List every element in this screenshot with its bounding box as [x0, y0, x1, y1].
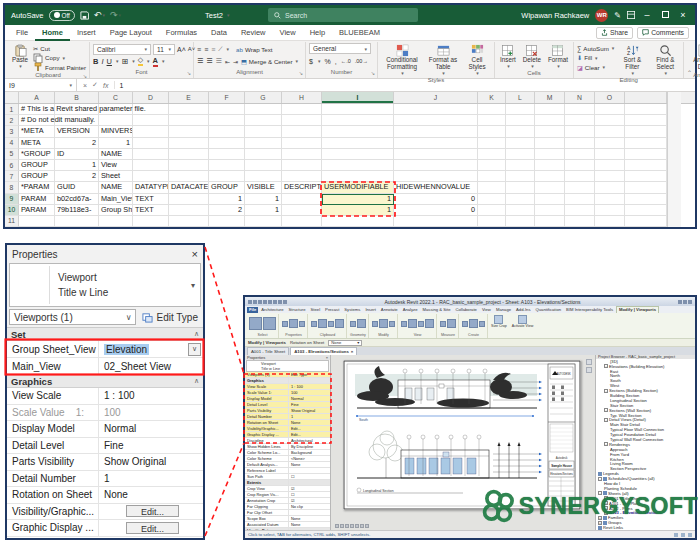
- cell-K6[interactable]: [478, 160, 506, 171]
- cell-B10[interactable]: 79b118e3-: [55, 205, 99, 216]
- select-all-corner[interactable]: [5, 92, 19, 103]
- row-header-7[interactable]: 7: [5, 171, 19, 182]
- cell-M7[interactable]: [535, 171, 565, 182]
- cell-G9[interactable]: 1: [245, 194, 282, 205]
- cell-J1[interactable]: [394, 104, 478, 115]
- section-header-set[interactable]: Set∧: [7, 328, 203, 341]
- edit-button[interactable]: Edit...: [126, 522, 179, 534]
- align-bottom-icon[interactable]: ≡: [211, 46, 215, 53]
- expand-icon[interactable]: -: [604, 418, 608, 422]
- menu-tab-home[interactable]: Home: [35, 25, 70, 41]
- column-header-B[interactable]: B: [55, 92, 99, 103]
- cell-L7[interactable]: [506, 171, 535, 182]
- cell-D4[interactable]: [133, 138, 169, 149]
- cell-C2[interactable]: [99, 115, 133, 126]
- cell-D6[interactable]: [133, 160, 169, 171]
- cell-C4[interactable]: 1: [99, 138, 133, 149]
- cell-O6[interactable]: [595, 160, 625, 171]
- cell-C3[interactable]: MINVERSION: [99, 126, 133, 137]
- column-header-E[interactable]: E: [169, 92, 209, 103]
- status-icon[interactable]: [688, 533, 692, 537]
- titlebar-right-icons[interactable]: [678, 300, 692, 304]
- row-header-2[interactable]: 2: [5, 115, 19, 126]
- property-value[interactable]: Edit...: [99, 504, 203, 520]
- cell-B9[interactable]: b02cd67a-: [55, 194, 99, 205]
- cell-O11[interactable]: [595, 216, 625, 227]
- cell-P2[interactable]: [625, 115, 667, 126]
- view-control-bar[interactable]: [335, 524, 369, 528]
- align-center-icon[interactable]: ☰: [206, 57, 212, 65]
- cell-E11[interactable]: [169, 216, 209, 227]
- expand-icon[interactable]: -: [604, 364, 608, 368]
- cell-M4[interactable]: [535, 138, 565, 149]
- row-header-9[interactable]: 9: [5, 194, 19, 205]
- cell-M8[interactable]: [535, 182, 565, 193]
- sort-filter-button[interactable]: AZ Sort & Filter▾: [617, 43, 647, 77]
- property-value[interactable]: 1: [99, 471, 203, 487]
- cell-F3[interactable]: [209, 126, 245, 137]
- cell-F11[interactable]: [209, 216, 245, 227]
- vertical-scrollbar[interactable]: [667, 160, 681, 171]
- cell-B8[interactable]: GUID: [55, 182, 99, 193]
- panel-icons[interactable]: [311, 314, 344, 333]
- ribbon-options-icon[interactable]: [627, 11, 635, 19]
- cell-K5[interactable]: [478, 149, 506, 160]
- document-title[interactable]: Test2▾: [205, 5, 229, 25]
- cell-H5[interactable]: [282, 149, 322, 160]
- cell-A2[interactable]: # Do not edit manually.: [19, 115, 55, 126]
- align-top-icon[interactable]: ≡: [197, 46, 201, 53]
- cell-D11[interactable]: [133, 216, 169, 227]
- close-icon[interactable]: ×: [192, 248, 198, 260]
- column-header-P[interactable]: [625, 92, 667, 103]
- column-header-M[interactable]: M: [535, 92, 565, 103]
- cell-O8[interactable]: [595, 182, 625, 193]
- cell-M11[interactable]: [535, 216, 565, 227]
- menu-tab-formulas[interactable]: Formulas: [159, 25, 204, 41]
- font-color-icon[interactable]: A: [153, 56, 158, 67]
- enter-icon[interactable]: ✓: [92, 81, 98, 89]
- cell-F10[interactable]: 2: [209, 205, 245, 216]
- merge-center-button[interactable]: ⬒Merge & Center▾: [241, 57, 298, 66]
- delete-cells-button[interactable]: Delete▾: [521, 43, 543, 70]
- row-header-5[interactable]: 5: [5, 149, 19, 160]
- cell-G3[interactable]: [245, 126, 282, 137]
- cell-F9[interactable]: 1: [209, 194, 245, 205]
- menu-tab-review[interactable]: Review: [234, 25, 273, 41]
- cell-G5[interactable]: [245, 149, 282, 160]
- panel-icons[interactable]: [372, 314, 395, 333]
- avatar[interactable]: WR: [595, 9, 608, 22]
- cell-A9[interactable]: PARAM: [19, 194, 55, 205]
- vertical-scrollbar[interactable]: [667, 115, 681, 126]
- column-header-O[interactable]: O: [595, 92, 625, 103]
- column-header-C[interactable]: C: [99, 92, 133, 103]
- cell-K2[interactable]: [478, 115, 506, 126]
- fill-color-icon[interactable]: ◇: [138, 56, 143, 66]
- cell-E10[interactable]: [169, 205, 209, 216]
- cell-H2[interactable]: [282, 115, 322, 126]
- quick-access-toolbar[interactable]: [248, 300, 287, 304]
- status-icon[interactable]: [674, 533, 678, 537]
- cell-G2[interactable]: [245, 115, 282, 126]
- cell-L2[interactable]: [506, 115, 535, 126]
- expand-icon[interactable]: -: [604, 408, 608, 412]
- cell-F4[interactable]: [209, 138, 245, 149]
- cancel-icon[interactable]: ×: [83, 82, 87, 89]
- cell-G10[interactable]: 1: [245, 205, 282, 216]
- row-header-1[interactable]: 1: [5, 104, 19, 115]
- cell-K8[interactable]: [478, 182, 506, 193]
- cell-C10[interactable]: Group She: [99, 205, 133, 216]
- cell-C11[interactable]: [99, 216, 133, 227]
- dialog-launcher-icon[interactable]: ↘: [187, 70, 191, 76]
- expand-icon[interactable]: +: [604, 501, 608, 505]
- cell-N10[interactable]: [565, 205, 595, 216]
- copy-button[interactable]: Copy▾: [33, 54, 86, 63]
- cell-G4[interactable]: [245, 138, 282, 149]
- status-icon[interactable]: [681, 533, 685, 537]
- format-painter-button[interactable]: Format Painter: [33, 63, 86, 72]
- type-selector[interactable]: Viewport Title w Line ▾: [9, 263, 201, 307]
- cell-A6[interactable]: GROUP: [19, 160, 55, 171]
- cell-E6[interactable]: [169, 160, 209, 171]
- expand-icon[interactable]: +: [604, 506, 608, 510]
- cell-E8[interactable]: DATACATE: [169, 182, 209, 193]
- cell-E5[interactable]: [169, 149, 209, 160]
